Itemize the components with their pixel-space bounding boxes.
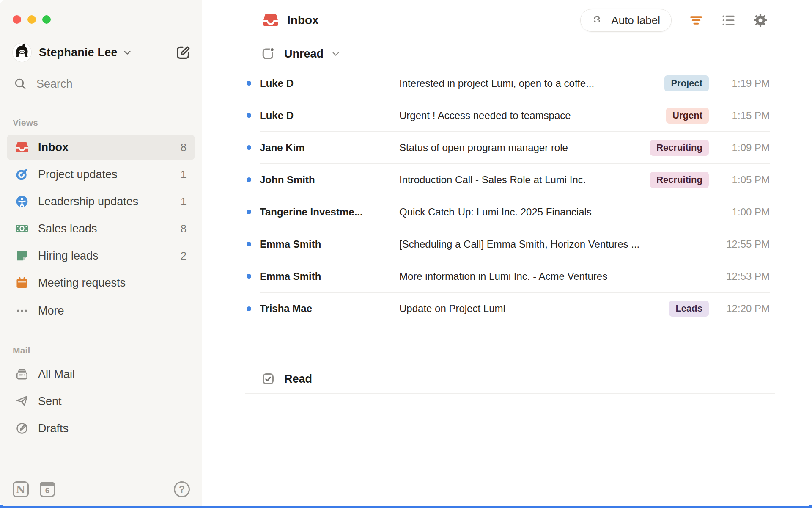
unread-dot	[247, 145, 251, 150]
sidebar-item-project-updates[interactable]: Project updates 1	[7, 162, 195, 187]
window-controls	[13, 15, 51, 24]
main-pane: Inbox Auto label	[202, 0, 812, 506]
email-time: 12:20 PM	[710, 303, 770, 315]
search-icon	[14, 77, 27, 91]
email-time: 1:00 PM	[710, 206, 770, 218]
sidebar-item-label: Meeting requests	[38, 276, 126, 290]
sidebar-item-label: More	[38, 304, 64, 318]
email-time: 1:05 PM	[710, 174, 770, 186]
calendar-app-icon[interactable]: 6	[40, 482, 55, 497]
email-row[interactable]: Emma Smith More information in Lumi Inc.…	[260, 260, 770, 293]
sidebar-item-label: Sales leads	[38, 222, 97, 235]
filter-icon[interactable]	[689, 13, 704, 28]
email-subject: More information in Lumi Inc. - Acme Ven…	[399, 271, 710, 282]
read-section-label: Read	[284, 373, 312, 386]
email-subject: Urgent ! Access needed to teamspace	[399, 110, 666, 121]
close-window-button[interactable]	[13, 15, 21, 24]
email-tag: Project	[664, 75, 709, 91]
compose-button[interactable]	[174, 43, 192, 62]
sidebar-item-label: Project updates	[38, 168, 118, 181]
sidebar-item-label: Sent	[38, 395, 62, 408]
page-title: Inbox	[287, 14, 319, 27]
email-subject: Interested in project Lumi, open to a co…	[399, 77, 664, 89]
account-switcher[interactable]: Stephanie Lee	[13, 41, 192, 64]
sidebar-item-label: Drafts	[38, 422, 69, 435]
email-row[interactable]: Luke D Interested in project Lumi, open …	[260, 67, 770, 99]
account-name: Stephanie Lee	[39, 46, 118, 59]
sidebar-item-meeting-requests[interactable]: Meeting requests	[7, 270, 195, 295]
email-time: 12:55 PM	[710, 238, 770, 250]
email-time: 1:19 PM	[710, 77, 770, 89]
sidebar-item-drafts[interactable]: Drafts	[7, 416, 195, 441]
email-tag: Leads	[669, 301, 709, 317]
notion-app-icon[interactable]: N	[13, 481, 29, 497]
sidebar-item-sent[interactable]: Sent	[7, 389, 195, 414]
paper-plane-icon	[15, 395, 29, 408]
chevron-down-icon	[123, 48, 132, 57]
email-sender: Emma Smith	[260, 271, 399, 282]
sidebar-item-label: Inbox	[38, 141, 69, 154]
dollar-bill-icon	[15, 222, 29, 235]
sidebar-item-more[interactable]: More	[7, 298, 195, 323]
list-view-icon[interactable]	[721, 13, 736, 28]
ellipsis-icon	[15, 304, 29, 318]
email-row[interactable]: Trisha Mae Update on Project Lumi Leads …	[260, 293, 770, 325]
sidebar: Stephanie Lee Search Views	[0, 0, 202, 506]
sidebar-footer: N 6 ?	[13, 479, 190, 500]
inbox-tray-icon	[15, 141, 29, 154]
unread-count: 8	[181, 141, 187, 154]
read-section-header[interactable]: Read	[202, 367, 812, 391]
unread-section-label: Unread	[284, 47, 324, 61]
gear-icon[interactable]	[753, 13, 768, 28]
email-sender: Tangerine Investme...	[260, 206, 399, 218]
unread-count: 8	[181, 223, 187, 235]
email-time: 12:53 PM	[710, 271, 770, 282]
email-subject: Update on Project Lumi	[399, 303, 669, 315]
unread-dot	[247, 274, 251, 279]
auto-label-icon	[592, 14, 605, 27]
auto-label-text: Auto label	[611, 14, 660, 27]
mail-section-label: Mail	[13, 345, 30, 356]
email-row[interactable]: John Smith Introduction Call - Sales Rol…	[260, 164, 770, 196]
stacked-mail-icon	[15, 367, 29, 381]
sidebar-item-leadership-updates[interactable]: Leadership updates 1	[7, 189, 195, 214]
email-row[interactable]: Jane Kim Status of open program manager …	[260, 132, 770, 164]
person-circle-icon	[15, 195, 29, 208]
zoom-window-button[interactable]	[42, 15, 51, 24]
email-list: Luke D Interested in project Lumi, open …	[260, 67, 770, 325]
email-row[interactable]: Luke D Urgent ! Access needed to teamspa…	[260, 99, 770, 132]
email-row[interactable]: Emma Smith [Scheduling a Call] Emma Smit…	[260, 228, 770, 260]
unread-dot	[247, 81, 251, 86]
help-icon[interactable]: ?	[174, 481, 190, 497]
sidebar-item-inbox[interactable]: Inbox 8	[7, 135, 195, 160]
email-subject: [Scheduling a Call] Emma Smith, Horizon …	[399, 238, 710, 250]
email-subject: Introduction Call - Sales Role at Lumi I…	[399, 174, 650, 186]
views-nav: Inbox 8 Project updates 1	[7, 135, 195, 325]
main-header: Inbox Auto label	[202, 0, 812, 41]
search-button[interactable]: Search	[14, 77, 73, 91]
email-sender: Trisha Mae	[260, 303, 399, 315]
mail-nav: All Mail Sent Drafts	[7, 362, 195, 443]
views-section-label: Views	[13, 118, 38, 128]
minimize-window-button[interactable]	[27, 15, 36, 24]
sidebar-item-all-mail[interactable]: All Mail	[7, 362, 195, 387]
avatar	[13, 43, 31, 62]
unread-section-header[interactable]: Unread	[202, 41, 812, 67]
email-tag: Urgent	[666, 108, 709, 124]
mail-app-window: Stephanie Lee Search Views	[0, 0, 812, 506]
unread-count: 1	[181, 196, 187, 208]
sidebar-item-sales-leads[interactable]: Sales leads 8	[7, 216, 195, 241]
sidebar-item-hiring-leads[interactable]: Hiring leads 2	[7, 243, 195, 268]
email-tag: Recruiting	[650, 140, 709, 156]
email-tag: Recruiting	[650, 172, 709, 188]
sidebar-item-label: All Mail	[38, 368, 75, 381]
read-checkbox-icon	[261, 372, 275, 386]
email-row[interactable]: Tangerine Investme... Quick Catch-Up: Lu…	[260, 196, 770, 228]
auto-label-button[interactable]: Auto label	[580, 9, 672, 32]
sticky-note-icon	[15, 249, 29, 262]
inbox-tray-icon	[263, 12, 279, 28]
sidebar-item-label: Leadership updates	[38, 195, 138, 208]
email-subject: Status of open program manager role	[399, 142, 650, 154]
sidebar-item-label: Hiring leads	[38, 249, 99, 262]
unread-icon	[261, 47, 275, 61]
